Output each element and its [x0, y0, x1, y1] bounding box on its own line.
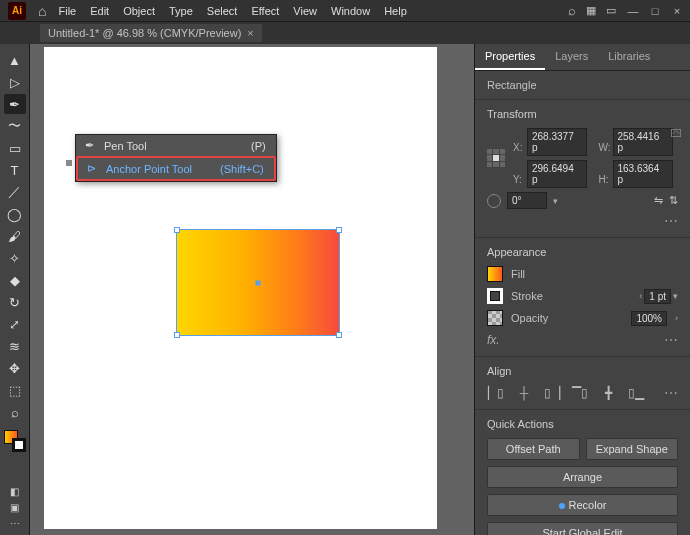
- appearance-section: Appearance Fill Stroke ‹ 1 pt ▾ Opacity …: [475, 238, 690, 357]
- document-tabbar: Untitled-1* @ 46.98 % (CMYK/Preview) ×: [0, 22, 690, 44]
- document-tab[interactable]: Untitled-1* @ 46.98 % (CMYK/Preview) ×: [40, 24, 262, 42]
- flyout-tearoff-handle[interactable]: [66, 160, 72, 166]
- opacity-more-icon[interactable]: ›: [675, 313, 678, 323]
- shape-builder-tool[interactable]: ⬚: [4, 380, 26, 400]
- selection-tool[interactable]: ▲: [4, 50, 26, 70]
- handle-se[interactable]: [336, 332, 342, 338]
- flip-vertical-icon[interactable]: ⇅: [669, 194, 678, 207]
- workspace-icon[interactable]: ▭: [606, 4, 616, 17]
- handle-ne[interactable]: [336, 227, 342, 233]
- minimize-button[interactable]: —: [626, 5, 640, 17]
- arrange-button[interactable]: Arrange: [487, 466, 678, 488]
- shaper-tool[interactable]: ✧: [4, 248, 26, 268]
- recolor-button[interactable]: Recolor: [487, 494, 678, 516]
- menu-help[interactable]: Help: [384, 5, 407, 17]
- arrange-docs-icon[interactable]: ▦: [586, 4, 596, 17]
- tab-layers[interactable]: Layers: [545, 44, 598, 70]
- rotate-tool[interactable]: ↻: [4, 292, 26, 312]
- handle-nw[interactable]: [174, 227, 180, 233]
- opacity-label[interactable]: Opacity: [511, 312, 548, 324]
- edit-toolbar-icon[interactable]: ⋯: [5, 517, 25, 529]
- menu-edit[interactable]: Edit: [90, 5, 109, 17]
- stroke-label[interactable]: Stroke: [511, 290, 543, 302]
- properties-panel: Properties Layers Libraries Rectangle Tr…: [474, 44, 690, 535]
- zoom-tool[interactable]: ⌕: [4, 402, 26, 422]
- scale-tool[interactable]: ⤢: [4, 314, 26, 334]
- reference-point-selector[interactable]: [487, 149, 505, 167]
- menu-object[interactable]: Object: [123, 5, 155, 17]
- ellipse-tool[interactable]: ◯: [4, 204, 26, 224]
- type-tool[interactable]: T: [4, 160, 26, 180]
- align-left-icon[interactable]: ▏▯: [487, 385, 505, 401]
- align-right-icon[interactable]: ▯▕: [543, 385, 561, 401]
- offset-path-button[interactable]: Offset Path: [487, 438, 580, 460]
- stroke-swatch[interactable]: [12, 438, 26, 452]
- flyout-anchor-point-tool[interactable]: ⊳ Anchor Point Tool (Shift+C): [76, 156, 276, 181]
- search-icon[interactable]: ⌕: [568, 3, 576, 18]
- angle-value[interactable]: 0°: [507, 192, 547, 209]
- expand-shape-button[interactable]: Expand Shape: [586, 438, 679, 460]
- selected-rectangle[interactable]: [176, 229, 340, 336]
- menu-effect[interactable]: Effect: [251, 5, 279, 17]
- opacity-value[interactable]: 100%: [631, 311, 667, 326]
- h-value[interactable]: 163.6364 p: [613, 160, 673, 188]
- align-vcenter-icon[interactable]: ╋: [599, 385, 617, 401]
- canvas-area[interactable]: ✒ Pen Tool (P) ⊳ Anchor Point Tool (Shif…: [30, 44, 474, 535]
- artboard[interactable]: [44, 47, 437, 529]
- stroke-decrement[interactable]: ‹: [639, 291, 642, 301]
- maximize-button[interactable]: □: [648, 5, 662, 17]
- flyout-pen-tool[interactable]: ✒ Pen Tool (P): [76, 135, 276, 156]
- rotate-angle-icon: [487, 194, 501, 208]
- close-button[interactable]: ×: [670, 5, 684, 17]
- align-title: Align: [487, 365, 678, 377]
- handle-sw[interactable]: [174, 332, 180, 338]
- menu-select[interactable]: Select: [207, 5, 238, 17]
- appearance-more-icon[interactable]: ⋯: [664, 332, 678, 348]
- transform-more-icon[interactable]: ⋯: [664, 213, 678, 229]
- fill-color-swatch[interactable]: [487, 266, 503, 282]
- rectangle-tool[interactable]: ▭: [4, 138, 26, 158]
- width-tool[interactable]: ≋: [4, 336, 26, 356]
- fx-label[interactable]: fx.: [487, 333, 500, 347]
- paintbrush-tool[interactable]: 🖌: [4, 226, 26, 246]
- flyout-pen-shortcut: (P): [231, 140, 266, 152]
- opacity-swatch-icon[interactable]: [487, 310, 503, 326]
- flip-horizontal-icon[interactable]: ⇋: [654, 194, 663, 207]
- align-more-icon[interactable]: ⋯: [664, 385, 678, 401]
- menu-view[interactable]: View: [293, 5, 317, 17]
- align-hcenter-icon[interactable]: ┼: [515, 385, 533, 401]
- pen-icon: ✒: [82, 139, 96, 152]
- object-type-section: Rectangle: [475, 71, 690, 100]
- menu-file[interactable]: File: [58, 5, 76, 17]
- stroke-weight-value[interactable]: 1 pt: [644, 289, 671, 304]
- tab-close-icon[interactable]: ×: [247, 27, 253, 39]
- fill-stroke-swatch[interactable]: [4, 430, 26, 452]
- draw-mode-icon[interactable]: ◧: [5, 485, 25, 497]
- pen-tool[interactable]: ✒: [4, 94, 26, 114]
- start-global-edit-button[interactable]: Start Global Edit: [487, 522, 678, 535]
- recolor-dot-icon: [559, 503, 565, 509]
- y-value[interactable]: 296.6494 p: [527, 160, 587, 188]
- line-tool[interactable]: ／: [4, 182, 26, 202]
- home-icon[interactable]: ⌂: [38, 3, 46, 19]
- tab-libraries[interactable]: Libraries: [598, 44, 660, 70]
- appearance-title: Appearance: [487, 246, 678, 258]
- x-value[interactable]: 268.3377 p: [527, 128, 587, 156]
- screen-mode-icon[interactable]: ▣: [5, 501, 25, 513]
- eraser-tool[interactable]: ◆: [4, 270, 26, 290]
- w-value[interactable]: 258.4416 p: [613, 128, 673, 156]
- tab-properties[interactable]: Properties: [475, 44, 545, 70]
- curvature-tool[interactable]: 〜: [4, 116, 26, 136]
- angle-dropdown-icon[interactable]: ▾: [553, 196, 558, 206]
- align-bottom-icon[interactable]: ▯▁: [627, 385, 645, 401]
- stroke-color-swatch[interactable]: [487, 288, 503, 304]
- free-transform-tool[interactable]: ✥: [4, 358, 26, 378]
- constrain-proportions-icon[interactable]: ⮹: [670, 126, 682, 140]
- handle-center[interactable]: [256, 280, 261, 285]
- direct-selection-tool[interactable]: ▷: [4, 72, 26, 92]
- panel-tabs: Properties Layers Libraries: [475, 44, 690, 71]
- menu-type[interactable]: Type: [169, 5, 193, 17]
- menu-window[interactable]: Window: [331, 5, 370, 17]
- stroke-dropdown-icon[interactable]: ▾: [673, 291, 678, 301]
- align-top-icon[interactable]: ▔▯: [571, 385, 589, 401]
